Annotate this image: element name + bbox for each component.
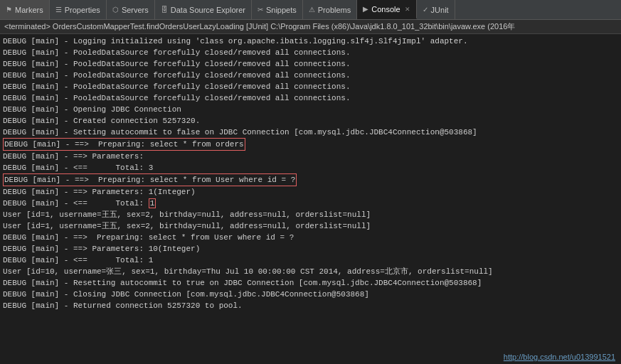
markers-icon: ⚑ xyxy=(6,6,12,14)
servers-icon: ⬡ xyxy=(112,6,119,14)
tab-snippets-label: Snippets xyxy=(266,6,297,14)
log-line: DEBUG [main] - Opening JDBC Connection xyxy=(3,104,618,115)
log-line: DEBUG [main] - PooledDataSource forceful… xyxy=(3,47,618,58)
terminated-text: <terminated> OrdersCustomMapperTest.find… xyxy=(4,22,515,31)
log-line: DEBUG [main] - PooledDataSource forceful… xyxy=(3,70,618,81)
log-line: DEBUG [main] - Resetting autocommit to t… xyxy=(3,277,618,289)
console-output[interactable]: DEBUG [main] - Logging initialized using… xyxy=(0,34,621,364)
tab-servers-label: Servers xyxy=(122,6,149,14)
log-line: DEBUG [main] - ==> Preparing: select * f… xyxy=(3,173,618,186)
log-line: DEBUG [main] - <== Total: 1 xyxy=(3,198,618,209)
log-line: User [id=1, username=王五, sex=2, birthday… xyxy=(3,209,618,220)
tab-problems[interactable]: ⚠ Problems xyxy=(303,0,357,19)
tab-junit[interactable]: ✓ JUnit xyxy=(417,0,455,19)
log-line: DEBUG [main] - ==> Parameters: 10(Intege… xyxy=(3,243,618,255)
log-container: DEBUG [main] - Logging initialized using… xyxy=(3,36,618,311)
junit-icon: ✓ xyxy=(423,6,428,14)
tab-bar: ⚑ Markers ☰ Properties ⬡ Servers 🗄 Data … xyxy=(0,0,621,20)
tab-servers[interactable]: ⬡ Servers xyxy=(107,0,155,19)
log-line: DEBUG [main] - ==> Preparing: select * f… xyxy=(3,232,618,243)
snippets-icon: ✂ xyxy=(258,6,263,14)
log-line: DEBUG [main] - Closing JDBC Connection [… xyxy=(3,289,618,300)
log-line: DEBUG [main] - Setting autocommit to fal… xyxy=(3,127,618,138)
log-line: DEBUG [main] - <== Total: 1 xyxy=(3,255,618,266)
console-icon: ▶ xyxy=(363,5,368,13)
log-line: DEBUG [main] - Logging initialized using… xyxy=(3,36,618,47)
log-line: DEBUG [main] - Returned connection 52573… xyxy=(3,300,618,311)
tab-markers-label: Markers xyxy=(15,6,43,14)
log-line: DEBUG [main] - ==> Parameters: xyxy=(3,151,618,162)
properties-icon: ☰ xyxy=(55,6,62,14)
log-line: DEBUG [main] - PooledDataSource forceful… xyxy=(3,81,618,92)
tab-console-label: Console xyxy=(371,5,400,14)
log-line: DEBUG [main] - <== Total: 3 xyxy=(3,162,618,173)
log-line: DEBUG [main] - PooledDataSource forceful… xyxy=(3,92,618,104)
log-line: User [id=1, username=王五, sex=2, birthday… xyxy=(3,220,618,232)
log-line: DEBUG [main] - Created connection 525732… xyxy=(3,115,618,127)
terminated-bar: <terminated> OrdersCustomMapperTest.find… xyxy=(0,20,621,34)
tab-properties[interactable]: ☰ Properties xyxy=(50,0,107,19)
tab-markers[interactable]: ⚑ Markers xyxy=(0,0,50,19)
tab-junit-label: JUnit xyxy=(431,6,449,14)
log-line: DEBUG [main] - PooledDataSource forceful… xyxy=(3,58,618,70)
tab-data-source-label: Data Source Explorer xyxy=(171,6,245,14)
tab-console[interactable]: ▶ Console ✕ xyxy=(357,0,416,19)
log-line: DEBUG [main] - ==> Preparing: select * f… xyxy=(3,138,618,151)
blog-link[interactable]: http://blog.csdn.net/u013991521 xyxy=(504,353,615,361)
tab-problems-label: Problems xyxy=(318,6,351,14)
console-close-icon[interactable]: ✕ xyxy=(405,6,410,13)
problems-icon: ⚠ xyxy=(309,6,315,14)
tab-properties-label: Properties xyxy=(65,6,100,14)
log-line: User [id=10, username=张三, sex=1, birthda… xyxy=(3,266,618,277)
data-source-icon: 🗄 xyxy=(161,6,168,14)
tab-snippets[interactable]: ✂ Snippets xyxy=(252,0,303,19)
tab-data-source-explorer[interactable]: 🗄 Data Source Explorer xyxy=(155,0,252,19)
log-line: DEBUG [main] - ==> Parameters: 1(Integer… xyxy=(3,186,618,198)
